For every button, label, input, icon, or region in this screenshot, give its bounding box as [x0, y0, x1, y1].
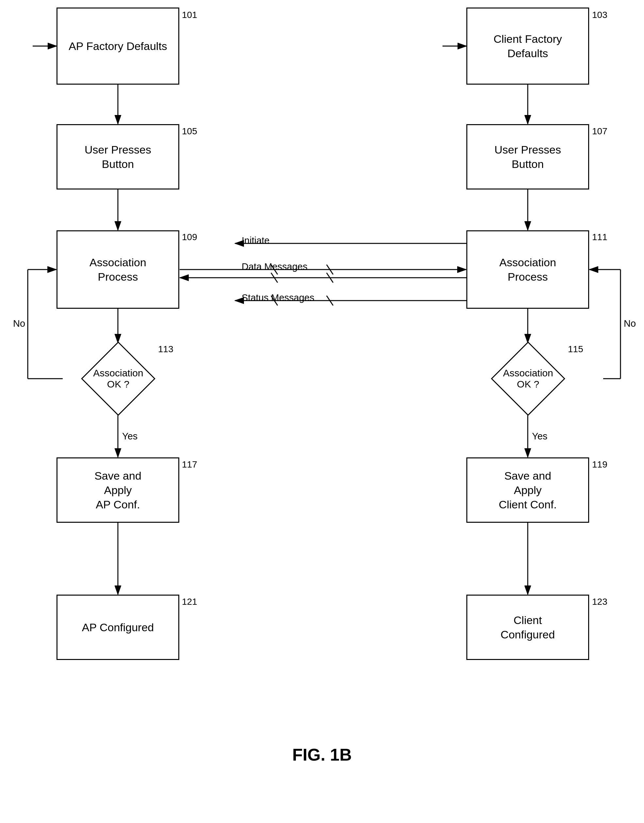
- ap-user-presses-box: User PressesButton: [57, 124, 179, 189]
- ref-107: 107: [592, 126, 607, 137]
- ref-105: 105: [182, 126, 197, 137]
- ref-101: 101: [182, 10, 197, 20]
- client-factory-defaults-label: Client FactoryDefaults: [494, 32, 562, 60]
- ref-103: 103: [592, 10, 607, 20]
- client-save-apply-box: Save andApplyClient Conf.: [466, 458, 589, 523]
- ap-configured-label: AP Configured: [82, 620, 154, 634]
- status-messages-label: Status Messages: [242, 292, 314, 303]
- client-association-label: AssociationProcess: [499, 255, 556, 284]
- svg-text:Yes: Yes: [532, 431, 547, 441]
- client-association-box: AssociationProcess: [466, 230, 589, 309]
- figure-caption: FIG. 1B: [0, 745, 644, 765]
- initiate-label: Initiate: [242, 235, 270, 246]
- ap-configured-box: AP Configured: [57, 595, 179, 660]
- ref-111: 111: [592, 232, 607, 243]
- client-decision-label: AssociationOK ?: [492, 343, 564, 415]
- ap-decision-diamond: AssociationOK ?: [82, 343, 154, 415]
- ap-user-presses-label: User PressesButton: [84, 143, 151, 171]
- ap-factory-defaults-box: AP Factory Defaults: [57, 8, 179, 84]
- ap-association-label: AssociationProcess: [89, 255, 146, 284]
- ref-117: 117: [182, 459, 197, 470]
- client-configured-label: ClientConfigured: [501, 613, 555, 642]
- client-factory-defaults-box: Client FactoryDefaults: [466, 8, 589, 84]
- ap-save-apply-box: Save andApplyAP Conf.: [57, 458, 179, 523]
- svg-line-30: [327, 273, 333, 283]
- svg-line-29: [271, 273, 278, 283]
- client-save-apply-label: Save andApplyClient Conf.: [499, 468, 557, 512]
- ap-factory-defaults-label: AP Factory Defaults: [69, 39, 167, 53]
- svg-line-32: [327, 296, 333, 306]
- ap-decision-label: AssociationOK ?: [82, 343, 154, 415]
- ref-119: 119: [592, 459, 607, 470]
- svg-text:Yes: Yes: [122, 431, 138, 441]
- client-user-presses-box: User PressesButton: [466, 124, 589, 189]
- svg-text:No: No: [624, 318, 636, 329]
- ref-113: 113: [158, 344, 173, 355]
- client-configured-box: ClientConfigured: [466, 595, 589, 660]
- ref-123: 123: [592, 597, 607, 607]
- ap-save-apply-label: Save andApplyAP Conf.: [94, 468, 141, 512]
- data-messages-label: Data Messages: [242, 261, 308, 272]
- ref-121: 121: [182, 597, 197, 607]
- client-decision-diamond: AssociationOK ?: [492, 343, 564, 415]
- ref-109: 109: [182, 232, 197, 243]
- client-user-presses-label: User PressesButton: [494, 143, 561, 171]
- ap-association-box: AssociationProcess: [57, 230, 179, 309]
- svg-text:No: No: [13, 318, 25, 329]
- svg-line-28: [327, 265, 333, 275]
- diagram-container: Yes No Yes No: [0, 0, 644, 784]
- ref-115: 115: [568, 344, 583, 355]
